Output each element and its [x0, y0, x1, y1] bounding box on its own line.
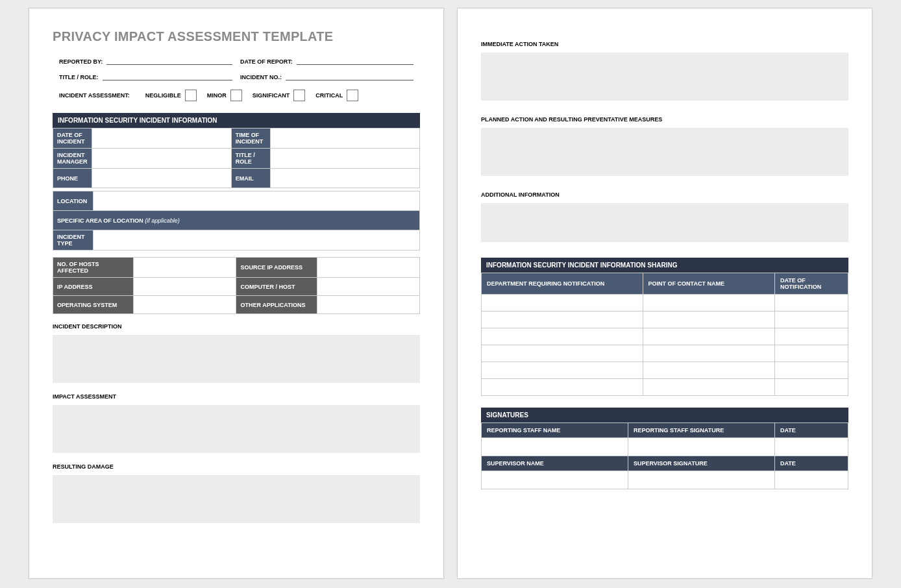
incident-description-input[interactable]: [53, 335, 420, 383]
impact-assessment-input[interactable]: [53, 405, 420, 453]
assessment-minor-checkbox[interactable]: [230, 90, 242, 101]
assessment-negligible-label: NEGLIGIBLE: [145, 92, 181, 99]
reporting-sig-label: REPORTING STAFF SIGNATURE: [628, 423, 775, 438]
ip-address-value[interactable]: [134, 278, 236, 296]
table-row: [482, 328, 848, 345]
assessment-critical-checkbox[interactable]: [347, 90, 358, 101]
document-title: PRIVACY IMPACT ASSESSMENT TEMPLATE: [53, 29, 420, 44]
hosts-affected-value[interactable]: [134, 258, 236, 278]
header-fields: REPORTED BY: DATE OF REPORT: TITLE / ROL…: [59, 56, 413, 101]
incident-type-label: INCIDENT TYPE: [53, 230, 93, 251]
reporting-date-value[interactable]: [775, 438, 848, 456]
sharing-date-cell[interactable]: [774, 295, 848, 312]
incident-description-label: INCIDENT DESCRIPTION: [53, 323, 420, 330]
sharing-date-cell[interactable]: [774, 328, 848, 345]
sharing-contact-cell[interactable]: [643, 328, 774, 345]
assessment-significant-label: SIGNIFICANT: [253, 92, 290, 99]
reported-by-input[interactable]: [106, 56, 232, 65]
incident-assessment-row: INCIDENT ASSESSMENT: NEGLIGIBLE MINOR SI…: [59, 90, 413, 101]
planned-action-label: PLANNED ACTION AND RESULTING PREVENTATIV…: [481, 116, 848, 123]
location-label: LOCATION: [53, 191, 93, 211]
incident-assessment-label: INCIDENT ASSESSMENT:: [59, 92, 130, 99]
reporting-name-label: REPORTING STAFF NAME: [482, 423, 628, 438]
source-ip-label: SOURCE IP ADDRESS: [236, 258, 317, 278]
incident-manager-value[interactable]: [92, 149, 232, 169]
assessment-critical: CRITICAL: [315, 90, 358, 101]
assessment-minor: MINOR: [207, 90, 242, 101]
location-value[interactable]: [93, 191, 420, 211]
supervisor-date-value[interactable]: [775, 471, 848, 489]
incident-type-value[interactable]: [93, 230, 420, 251]
sharing-contact-cell[interactable]: [643, 345, 774, 362]
assessment-minor-label: MINOR: [207, 92, 227, 99]
table-row: [482, 345, 848, 362]
table-row: [482, 312, 848, 328]
sharing-contact-cell[interactable]: [643, 362, 774, 379]
date-of-report-label: DATE OF REPORT:: [240, 58, 293, 65]
specific-area-note: (if applicable): [143, 217, 180, 224]
sharing-dept-cell[interactable]: [482, 328, 643, 345]
date-of-report-input[interactable]: [297, 56, 413, 65]
incident-no-label: INCIDENT NO.:: [240, 74, 282, 80]
assessment-critical-label: CRITICAL: [315, 92, 343, 99]
sharing-date-cell[interactable]: [774, 362, 848, 379]
sharing-dept-cell[interactable]: [482, 345, 643, 362]
table-row: [482, 362, 848, 379]
sharing-table-body: [482, 295, 848, 396]
computer-host-label: COMPUTER / HOST: [236, 278, 317, 296]
time-of-incident-value[interactable]: [270, 129, 419, 149]
assessment-negligible: NEGLIGIBLE: [145, 90, 197, 101]
resulting-damage-input[interactable]: [53, 475, 420, 523]
sharing-col-contact: POINT OF CONTACT NAME: [643, 273, 774, 295]
other-apps-value[interactable]: [317, 296, 419, 314]
additional-info-label: ADDITIONAL INFORMATION: [481, 191, 848, 198]
table-row: [482, 379, 848, 396]
supervisor-sig-value[interactable]: [628, 471, 775, 489]
os-value[interactable]: [134, 296, 236, 314]
assessment-significant-checkbox[interactable]: [293, 90, 305, 101]
page-2: IMMEDIATE ACTION TAKEN PLANNED ACTION AN…: [457, 8, 872, 579]
sharing-date-cell[interactable]: [774, 345, 848, 362]
reported-by-label: REPORTED BY:: [59, 58, 103, 65]
info-title-role-label: TITLE / ROLE: [231, 149, 270, 169]
reporting-name-value[interactable]: [482, 438, 628, 456]
additional-info-input[interactable]: [481, 203, 848, 242]
email-value[interactable]: [270, 169, 419, 188]
email-label: EMAIL: [231, 169, 270, 188]
sharing-section-title: INFORMATION SECURITY INCIDENT INFORMATIO…: [481, 258, 848, 273]
sharing-dept-cell[interactable]: [482, 379, 643, 396]
date-of-incident-value[interactable]: [92, 129, 232, 149]
immediate-action-label: IMMEDIATE ACTION TAKEN: [481, 41, 848, 47]
sharing-contact-cell[interactable]: [643, 312, 774, 328]
supervisor-name-value[interactable]: [482, 471, 628, 489]
specific-area-label: SPECIFIC AREA OF LOCATION: [57, 217, 143, 224]
sharing-contact-cell[interactable]: [643, 295, 774, 312]
sharing-dept-cell[interactable]: [482, 362, 643, 379]
signatures-date-label-2: DATE: [775, 456, 848, 471]
specific-area-label-row: SPECIFIC AREA OF LOCATION (if applicable…: [53, 211, 420, 230]
info-section-title: INFORMATION SECURITY INCIDENT INFORMATIO…: [53, 113, 420, 128]
immediate-action-input[interactable]: [481, 53, 848, 101]
other-apps-label: OTHER APPLICATIONS: [236, 296, 317, 314]
sharing-date-cell[interactable]: [774, 379, 848, 396]
sharing-dept-cell[interactable]: [482, 312, 643, 328]
sharing-col-department: DEPARTMENT REQUIRING NOTIFICATION: [482, 273, 643, 295]
assessment-negligible-checkbox[interactable]: [185, 90, 197, 101]
phone-value[interactable]: [92, 169, 232, 188]
incident-info-table: DATE OF INCIDENT TIME OF INCIDENT INCIDE…: [53, 128, 420, 188]
title-role-label: TITLE / ROLE:: [59, 74, 99, 80]
incident-info-table-2: LOCATION SPECIFIC AREA OF LOCATION (if a…: [53, 191, 420, 251]
signatures-table: REPORTING STAFF NAME REPORTING STAFF SIG…: [481, 423, 848, 489]
incident-no-input[interactable]: [286, 71, 413, 80]
title-role-input[interactable]: [103, 71, 233, 80]
sharing-contact-cell[interactable]: [643, 379, 774, 396]
planned-action-input[interactable]: [481, 128, 848, 176]
source-ip-value[interactable]: [317, 258, 419, 278]
time-of-incident-label: TIME OF INCIDENT: [231, 129, 270, 149]
reporting-sig-value[interactable]: [628, 438, 775, 456]
phone-label: PHONE: [53, 169, 92, 188]
computer-host-value[interactable]: [317, 278, 419, 296]
sharing-date-cell[interactable]: [774, 312, 848, 328]
sharing-dept-cell[interactable]: [482, 295, 643, 312]
info-title-role-value[interactable]: [270, 149, 419, 169]
